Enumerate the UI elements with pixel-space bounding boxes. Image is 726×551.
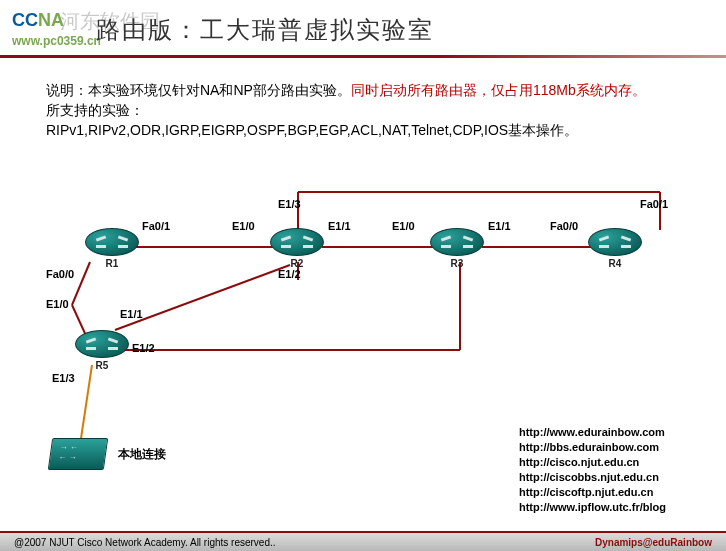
router-r4: R4 [588,228,642,266]
url-3: http://ciscobbs.njut.edu.cn [519,470,666,485]
router-r3: R3 [430,228,484,266]
url-2: http://cisco.njut.edu.cn [519,455,666,470]
router-r3-label: R3 [430,258,484,269]
port-r2-e13: E1/3 [278,198,301,210]
port-r3-e11: E1/1 [488,220,511,232]
switch-local [48,438,108,470]
router-r1: R1 [85,228,139,266]
header-divider [0,55,726,58]
url-0: http://www.edurainbow.com [519,425,666,440]
port-r2-e12: E1/2 [278,268,301,280]
port-r1-fa00: Fa0/0 [46,268,74,280]
port-r4-fa00: Fa0/0 [550,220,578,232]
footer-right: Dynamips@eduRainbow [595,533,712,551]
url-1: http://bbs.edurainbow.com [519,440,666,455]
svg-line-8 [115,265,290,330]
router-r2: R2 [270,228,324,266]
footer-left: @2007 NJUT Cisco Network Academy. All ri… [14,533,276,551]
port-r5-e13: E1/3 [52,372,75,384]
footer: @2007 NJUT Cisco Network Academy. All ri… [0,531,726,551]
router-r5: R5 [75,330,129,368]
desc-line2: 所支持的实验： [46,100,680,120]
svg-line-12 [80,365,92,445]
port-r5-e12: E1/2 [132,342,155,354]
port-r4-fa01: Fa0/1 [640,198,668,210]
page-title: 路由版：工大瑞普虚拟实验室 [96,14,434,46]
port-r1-e10: E1/0 [46,298,69,310]
url-list: http://www.edurainbow.com http://bbs.edu… [519,425,666,515]
url-4: http://ciscoftp.njut.edu.cn [519,485,666,500]
desc-warning: 同时启动所有路由器，仅占用118Mb系统内存。 [351,82,646,98]
logo: CCNA [12,10,64,31]
port-r3-e10: E1/0 [392,220,415,232]
desc-line3: RIPv1,RIPv2,ODR,IGRP,EIGRP,OSPF,BGP,EGP,… [46,120,680,140]
port-r5-e11: E1/1 [120,308,143,320]
router-r1-label: R1 [85,258,139,269]
header: CCNA www.pc0359.cn 河东软件园 路由版：工大瑞普虚拟实验室 [0,0,726,60]
description-block: 说明：本实验环境仅针对NA和NP部分路由实验。同时启动所有路由器，仅占用118M… [46,80,680,140]
router-r5-label: R5 [75,360,129,371]
desc-prefix: 说明：本实验环境仅针对NA和NP部分路由实验。 [46,82,351,98]
url-5: http://www.ipflow.utc.fr/blog [519,500,666,515]
port-r2-e11: E1/1 [328,220,351,232]
logo-sub-url: www.pc0359.cn [12,34,101,48]
router-r4-label: R4 [588,258,642,269]
port-r1-fa01: Fa0/1 [142,220,170,232]
port-r2-e10: E1/0 [232,220,255,232]
switch-label: 本地连接 [118,446,166,463]
